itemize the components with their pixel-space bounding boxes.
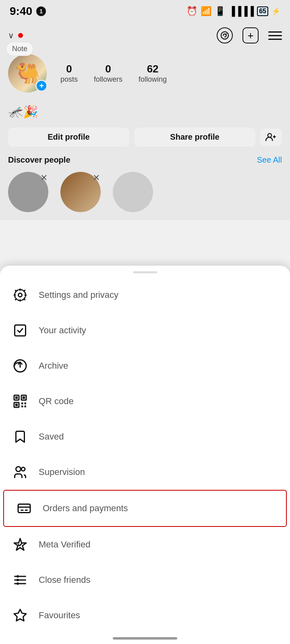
- svg-rect-11: [15, 396, 18, 399]
- nav-left: ∨: [8, 31, 23, 40]
- person-card-3: [113, 172, 153, 212]
- threads-icon[interactable]: [217, 27, 233, 43]
- add-story-button[interactable]: +: [35, 80, 48, 92]
- qr-label: QR code: [39, 396, 74, 407]
- menu-item-supervision[interactable]: Supervision: [0, 454, 290, 490]
- menu-item-qr[interactable]: QR code: [0, 384, 290, 419]
- saved-icon: [11, 428, 29, 446]
- menu-item-closefriends[interactable]: Close friends: [0, 562, 290, 598]
- status-bar: 9:40 1 ⏰ 📶 📱 ▐▐▐▐ 65 ⚡: [0, 0, 290, 21]
- person-card-1: ✕: [8, 172, 48, 212]
- menu-icon[interactable]: [268, 31, 282, 40]
- svg-rect-17: [25, 406, 27, 408]
- stats-row: 0 posts 0 followers 62 following: [60, 63, 167, 84]
- svg-marker-30: [14, 609, 26, 621]
- menu-item-activity[interactable]: Your activity: [0, 313, 290, 348]
- svg-point-27: [17, 575, 19, 578]
- activity-label: Your activity: [39, 325, 86, 336]
- menu-item-archive[interactable]: Archive: [0, 348, 290, 384]
- svg-point-0: [226, 33, 227, 35]
- add-friend-button[interactable]: [260, 128, 282, 146]
- person-card-2: ✕: [60, 172, 101, 212]
- svg-point-4: [19, 293, 22, 297]
- svg-rect-15: [25, 402, 27, 405]
- see-all-link[interactable]: See All: [257, 155, 282, 165]
- svg-point-28: [17, 579, 19, 581]
- note-bubble[interactable]: Note: [6, 42, 33, 56]
- svg-point-5: [15, 290, 26, 301]
- svg-point-19: [21, 467, 25, 471]
- battery-indicator: 65: [257, 6, 268, 16]
- followers-stat[interactable]: 0 followers: [94, 63, 122, 84]
- svg-rect-6: [15, 325, 26, 336]
- person-avatar-3[interactable]: [113, 172, 153, 212]
- orders-label: Orders and payments: [43, 503, 128, 514]
- activity-icon: [11, 322, 29, 339]
- menu-item-favourites[interactable]: Favourites: [0, 598, 290, 633]
- nav-right: +: [217, 27, 282, 43]
- profile-emojis: 🦟🎉: [0, 101, 290, 123]
- action-buttons: Edit profile Share profile: [0, 123, 290, 151]
- supervision-label: Supervision: [39, 467, 85, 477]
- dismiss-person-2[interactable]: ✕: [93, 173, 100, 183]
- alarm-icon: ⏰: [186, 6, 197, 17]
- sheet-handle: [133, 271, 157, 273]
- svg-point-1: [268, 133, 271, 137]
- saved-label: Saved: [39, 431, 64, 442]
- discover-label: Discover people: [8, 155, 70, 165]
- edit-profile-button[interactable]: Edit profile: [8, 128, 129, 147]
- svg-rect-14: [21, 402, 23, 405]
- svg-rect-20: [18, 504, 30, 513]
- people-strip: ✕ ✕: [0, 168, 290, 220]
- qr-icon: [11, 392, 29, 410]
- dismiss-person-1[interactable]: ✕: [40, 173, 48, 183]
- create-post-icon[interactable]: +: [242, 27, 259, 43]
- svg-rect-12: [23, 396, 25, 399]
- menu-item-settings[interactable]: Settings and privacy: [0, 277, 290, 313]
- signal-icon: 📱: [215, 6, 226, 17]
- avatar-container: Note 🐫 +: [8, 54, 48, 93]
- menu-item-orders[interactable]: Orders and payments: [3, 490, 287, 527]
- archive-icon: [11, 357, 29, 375]
- following-stat[interactable]: 62 following: [139, 63, 167, 84]
- menu-item-metaverified[interactable]: Meta Verified: [0, 527, 290, 562]
- top-nav: ∨ +: [0, 21, 290, 50]
- orders-icon: [15, 500, 33, 517]
- bottom-sheet: Settings and privacy Your activity Archi…: [0, 266, 290, 644]
- settings-icon: [11, 286, 29, 304]
- profile-section: Note 🐫 + 0 posts 0 followers 62 followin…: [0, 50, 290, 101]
- metaverified-label: Meta Verified: [39, 539, 90, 550]
- supervision-icon: [11, 463, 29, 481]
- bolt-icon: ⚡: [271, 7, 280, 16]
- posts-stat: 0 posts: [60, 63, 78, 84]
- live-dot: [18, 33, 23, 38]
- status-time: 9:40: [10, 5, 32, 18]
- bars-icon: ▐▐▐▐: [229, 6, 254, 17]
- discover-people-row: Discover people See All: [0, 151, 290, 168]
- share-profile-button[interactable]: Share profile: [134, 128, 255, 147]
- home-indicator: [113, 637, 177, 640]
- closefriends-label: Close friends: [39, 575, 90, 585]
- menu-item-saved[interactable]: Saved: [0, 419, 290, 454]
- metaverified-icon: [11, 536, 29, 553]
- wifi-icon: 📶: [201, 6, 211, 17]
- svg-rect-13: [15, 404, 18, 406]
- settings-label: Settings and privacy: [39, 290, 118, 300]
- dropdown-arrow-icon[interactable]: ∨: [8, 31, 14, 40]
- notification-indicator: 1: [36, 6, 46, 16]
- svg-point-18: [16, 467, 21, 472]
- svg-rect-16: [21, 406, 23, 408]
- favourites-icon: [11, 607, 29, 624]
- closefriends-icon: [11, 571, 29, 589]
- archive-label: Archive: [39, 361, 68, 371]
- svg-point-29: [17, 582, 19, 585]
- status-icons: ⏰ 📶 📱 ▐▐▐▐ 65 ⚡: [186, 6, 280, 17]
- favourites-label: Favourites: [39, 610, 80, 621]
